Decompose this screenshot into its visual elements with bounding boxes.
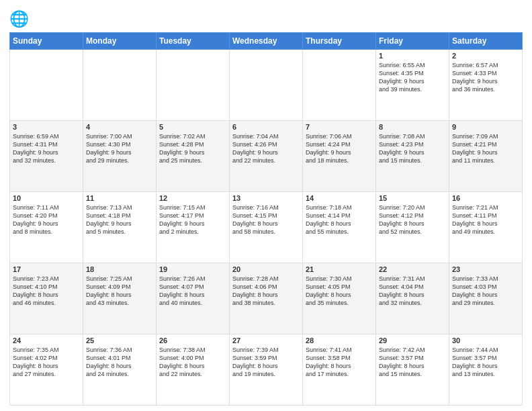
day-cell bbox=[10, 50, 83, 121]
day-info: Sunrise: 7:11 AM Sunset: 4:20 PM Dayligh… bbox=[13, 203, 80, 236]
col-header-saturday: Saturday bbox=[449, 33, 523, 50]
day-number: 7 bbox=[306, 123, 373, 131]
col-header-thursday: Thursday bbox=[303, 33, 376, 50]
day-number: 29 bbox=[379, 336, 446, 345]
day-info: Sunrise: 7:09 AM Sunset: 4:21 PM Dayligh… bbox=[452, 132, 519, 165]
week-row-4: 17Sunrise: 7:23 AM Sunset: 4:10 PM Dayli… bbox=[10, 263, 523, 334]
day-cell: 21Sunrise: 7:30 AM Sunset: 4:05 PM Dayli… bbox=[303, 263, 376, 334]
day-info: Sunrise: 7:21 AM Sunset: 4:11 PM Dayligh… bbox=[452, 203, 519, 236]
day-cell bbox=[157, 50, 230, 121]
calendar-header-row: SundayMondayTuesdayWednesdayThursdayFrid… bbox=[10, 33, 523, 50]
day-cell: 13Sunrise: 7:16 AM Sunset: 4:15 PM Dayli… bbox=[230, 192, 303, 263]
day-cell: 17Sunrise: 7:23 AM Sunset: 4:10 PM Dayli… bbox=[10, 263, 83, 334]
day-cell: 10Sunrise: 7:11 AM Sunset: 4:20 PM Dayli… bbox=[10, 192, 83, 263]
col-header-sunday: Sunday bbox=[10, 33, 83, 50]
day-info: Sunrise: 7:39 AM Sunset: 3:59 PM Dayligh… bbox=[232, 346, 300, 379]
day-cell: 24Sunrise: 7:35 AM Sunset: 4:02 PM Dayli… bbox=[10, 334, 83, 406]
day-info: Sunrise: 7:26 AM Sunset: 4:07 PM Dayligh… bbox=[159, 275, 226, 308]
day-info: Sunrise: 7:18 AM Sunset: 4:14 PM Dayligh… bbox=[306, 203, 373, 236]
day-cell: 9Sunrise: 7:09 AM Sunset: 4:21 PM Daylig… bbox=[449, 121, 523, 192]
day-info: Sunrise: 7:15 AM Sunset: 4:17 PM Dayligh… bbox=[159, 203, 226, 236]
day-number: 17 bbox=[13, 265, 80, 273]
day-cell: 20Sunrise: 7:28 AM Sunset: 4:06 PM Dayli… bbox=[230, 263, 303, 334]
day-number: 5 bbox=[159, 123, 226, 131]
day-info: Sunrise: 7:31 AM Sunset: 4:04 PM Dayligh… bbox=[379, 275, 446, 308]
day-number: 14 bbox=[306, 194, 373, 202]
day-number: 6 bbox=[232, 123, 300, 131]
day-info: Sunrise: 7:23 AM Sunset: 4:10 PM Dayligh… bbox=[13, 275, 80, 308]
day-cell: 2Sunrise: 6:57 AM Sunset: 4:33 PM Daylig… bbox=[449, 50, 523, 121]
week-row-2: 3Sunrise: 6:59 AM Sunset: 4:31 PM Daylig… bbox=[10, 121, 523, 192]
week-row-1: 1Sunrise: 6:55 AM Sunset: 4:35 PM Daylig… bbox=[10, 50, 523, 121]
day-number: 12 bbox=[159, 194, 226, 202]
day-cell: 16Sunrise: 7:21 AM Sunset: 4:11 PM Dayli… bbox=[449, 192, 523, 263]
day-cell: 23Sunrise: 7:33 AM Sunset: 4:03 PM Dayli… bbox=[449, 263, 523, 334]
day-cell: 12Sunrise: 7:15 AM Sunset: 4:17 PM Dayli… bbox=[157, 192, 230, 263]
day-number: 11 bbox=[86, 194, 153, 202]
page: 🌐 SundayMondayTuesdayWednesdayThursdayFr… bbox=[0, 0, 532, 411]
day-number: 9 bbox=[452, 123, 519, 131]
day-info: Sunrise: 7:08 AM Sunset: 4:23 PM Dayligh… bbox=[379, 132, 446, 165]
day-info: Sunrise: 7:20 AM Sunset: 4:12 PM Dayligh… bbox=[379, 203, 446, 236]
day-number: 10 bbox=[13, 194, 80, 202]
day-number: 18 bbox=[86, 265, 153, 273]
day-number: 25 bbox=[86, 336, 153, 345]
day-cell: 3Sunrise: 6:59 AM Sunset: 4:31 PM Daylig… bbox=[10, 121, 83, 192]
day-info: Sunrise: 7:36 AM Sunset: 4:01 PM Dayligh… bbox=[86, 346, 153, 379]
day-info: Sunrise: 7:42 AM Sunset: 3:57 PM Dayligh… bbox=[379, 346, 446, 379]
day-info: Sunrise: 7:16 AM Sunset: 4:15 PM Dayligh… bbox=[232, 203, 300, 236]
day-number: 22 bbox=[379, 265, 446, 273]
day-info: Sunrise: 7:00 AM Sunset: 4:30 PM Dayligh… bbox=[86, 132, 153, 165]
day-number: 2 bbox=[452, 52, 519, 60]
svg-text:🌐: 🌐 bbox=[9, 9, 28, 28]
day-info: Sunrise: 7:04 AM Sunset: 4:26 PM Dayligh… bbox=[232, 132, 300, 165]
day-cell: 6Sunrise: 7:04 AM Sunset: 4:26 PM Daylig… bbox=[230, 121, 303, 192]
day-cell: 4Sunrise: 7:00 AM Sunset: 4:30 PM Daylig… bbox=[83, 121, 157, 192]
calendar-table: SundayMondayTuesdayWednesdayThursdayFrid… bbox=[9, 32, 523, 406]
day-number: 3 bbox=[13, 123, 80, 131]
logo: 🌐 bbox=[9, 9, 31, 28]
day-cell: 11Sunrise: 7:13 AM Sunset: 4:18 PM Dayli… bbox=[83, 192, 157, 263]
day-number: 16 bbox=[452, 194, 519, 202]
day-cell: 18Sunrise: 7:25 AM Sunset: 4:09 PM Dayli… bbox=[83, 263, 157, 334]
day-cell: 5Sunrise: 7:02 AM Sunset: 4:28 PM Daylig… bbox=[157, 121, 230, 192]
col-header-friday: Friday bbox=[376, 33, 449, 50]
day-number: 15 bbox=[379, 194, 446, 202]
day-number: 20 bbox=[232, 265, 300, 273]
day-number: 23 bbox=[452, 265, 519, 273]
day-number: 27 bbox=[232, 336, 300, 345]
day-cell: 30Sunrise: 7:44 AM Sunset: 3:57 PM Dayli… bbox=[449, 334, 523, 406]
day-info: Sunrise: 7:44 AM Sunset: 3:57 PM Dayligh… bbox=[452, 346, 519, 379]
day-cell bbox=[230, 50, 303, 121]
day-cell: 25Sunrise: 7:36 AM Sunset: 4:01 PM Dayli… bbox=[83, 334, 157, 406]
logo-icon: 🌐 bbox=[9, 9, 28, 28]
day-number: 30 bbox=[452, 336, 519, 345]
day-info: Sunrise: 7:06 AM Sunset: 4:24 PM Dayligh… bbox=[306, 132, 373, 165]
day-cell: 1Sunrise: 6:55 AM Sunset: 4:35 PM Daylig… bbox=[376, 50, 449, 121]
day-number: 19 bbox=[159, 265, 226, 273]
day-cell: 29Sunrise: 7:42 AM Sunset: 3:57 PM Dayli… bbox=[376, 334, 449, 406]
day-number: 24 bbox=[13, 336, 80, 345]
col-header-wednesday: Wednesday bbox=[230, 33, 303, 50]
day-info: Sunrise: 6:57 AM Sunset: 4:33 PM Dayligh… bbox=[452, 61, 519, 94]
day-cell: 8Sunrise: 7:08 AM Sunset: 4:23 PM Daylig… bbox=[376, 121, 449, 192]
day-cell: 15Sunrise: 7:20 AM Sunset: 4:12 PM Dayli… bbox=[376, 192, 449, 263]
day-info: Sunrise: 7:13 AM Sunset: 4:18 PM Dayligh… bbox=[86, 203, 153, 236]
day-number: 1 bbox=[379, 52, 446, 60]
day-number: 21 bbox=[306, 265, 373, 273]
col-header-tuesday: Tuesday bbox=[157, 33, 230, 50]
day-cell: 27Sunrise: 7:39 AM Sunset: 3:59 PM Dayli… bbox=[230, 334, 303, 406]
day-number: 4 bbox=[86, 123, 153, 131]
day-cell: 26Sunrise: 7:38 AM Sunset: 4:00 PM Dayli… bbox=[157, 334, 230, 406]
week-row-5: 24Sunrise: 7:35 AM Sunset: 4:02 PM Dayli… bbox=[10, 334, 523, 406]
day-cell: 28Sunrise: 7:41 AM Sunset: 3:58 PM Dayli… bbox=[303, 334, 376, 406]
day-number: 28 bbox=[306, 336, 373, 345]
day-cell: 22Sunrise: 7:31 AM Sunset: 4:04 PM Dayli… bbox=[376, 263, 449, 334]
day-info: Sunrise: 7:33 AM Sunset: 4:03 PM Dayligh… bbox=[452, 275, 519, 308]
header: 🌐 bbox=[9, 7, 523, 28]
day-number: 26 bbox=[159, 336, 226, 345]
week-row-3: 10Sunrise: 7:11 AM Sunset: 4:20 PM Dayli… bbox=[10, 192, 523, 263]
day-info: Sunrise: 7:28 AM Sunset: 4:06 PM Dayligh… bbox=[232, 275, 300, 308]
day-info: Sunrise: 6:59 AM Sunset: 4:31 PM Dayligh… bbox=[13, 132, 80, 165]
day-cell bbox=[83, 50, 157, 121]
